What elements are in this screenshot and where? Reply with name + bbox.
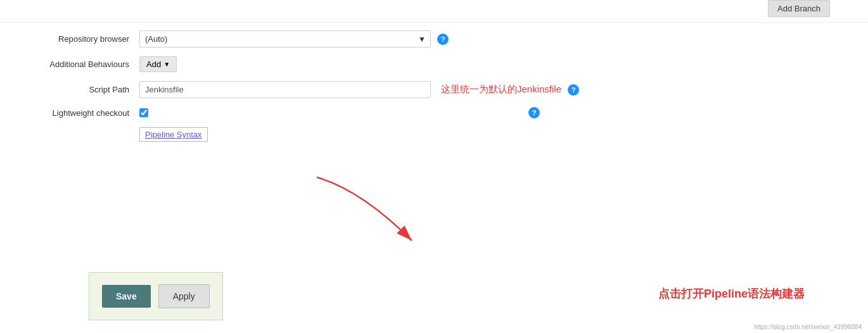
lightweight-checkout-row: Lightweight checkout ?	[0, 107, 830, 118]
lightweight-checkout-checkbox[interactable]	[139, 108, 148, 117]
top-bar: Add Branch	[0, 0, 868, 23]
repo-browser-control: (Auto)Manual ▼ ?	[139, 30, 830, 47]
additional-behaviours-row: Additional Behaviours Add ▼	[0, 56, 830, 72]
add-btn-arrow-icon: ▼	[163, 61, 170, 68]
bottom-action-area: Save Apply	[89, 272, 223, 320]
arrow-annotation	[310, 171, 450, 255]
page-container: Add Branch Repository browser (Auto)Manu…	[0, 0, 868, 333]
add-btn-label: Add	[146, 60, 161, 69]
repo-browser-help-icon[interactable]: ?	[437, 34, 449, 45]
save-button[interactable]: Save	[102, 285, 151, 308]
apply-button[interactable]: Apply	[158, 284, 210, 308]
script-path-row: Script Path 这里统一为默认的Jenkinsfile ?	[0, 81, 830, 98]
repo-browser-select-container: (Auto)Manual ▼	[139, 30, 431, 47]
additional-behaviours-control: Add ▼	[139, 56, 830, 72]
repo-browser-select[interactable]: (Auto)Manual	[139, 30, 431, 47]
lightweight-checkout-control: ?	[139, 107, 830, 118]
script-path-label: Script Path	[0, 85, 139, 94]
add-branch-button[interactable]: Add Branch	[768, 0, 830, 17]
pipeline-syntax-row: Pipeline Syntax	[0, 127, 830, 142]
bottom-right-annotation: 点击打开Pipeline语法构建器	[658, 286, 805, 301]
script-path-annotation: 这里统一为默认的Jenkinsfile	[441, 84, 561, 96]
script-path-help-icon[interactable]: ?	[568, 84, 579, 96]
script-path-input[interactable]	[139, 81, 431, 98]
repo-browser-row: Repository browser (Auto)Manual ▼ ?	[0, 30, 830, 47]
repo-browser-label: Repository browser	[0, 34, 139, 44]
lightweight-checkout-label: Lightweight checkout	[0, 108, 139, 118]
add-behaviour-button[interactable]: Add ▼	[139, 56, 177, 72]
form-section: Repository browser (Auto)Manual ▼ ? Addi…	[0, 23, 868, 142]
lightweight-checkout-help-icon[interactable]: ?	[528, 107, 540, 118]
script-path-control: 这里统一为默认的Jenkinsfile ?	[139, 81, 830, 98]
pipeline-syntax-link[interactable]: Pipeline Syntax	[139, 127, 208, 142]
additional-behaviours-label: Additional Behaviours	[0, 60, 139, 69]
watermark: https://blog.csdn.net/weixin_43996084	[754, 324, 862, 330]
